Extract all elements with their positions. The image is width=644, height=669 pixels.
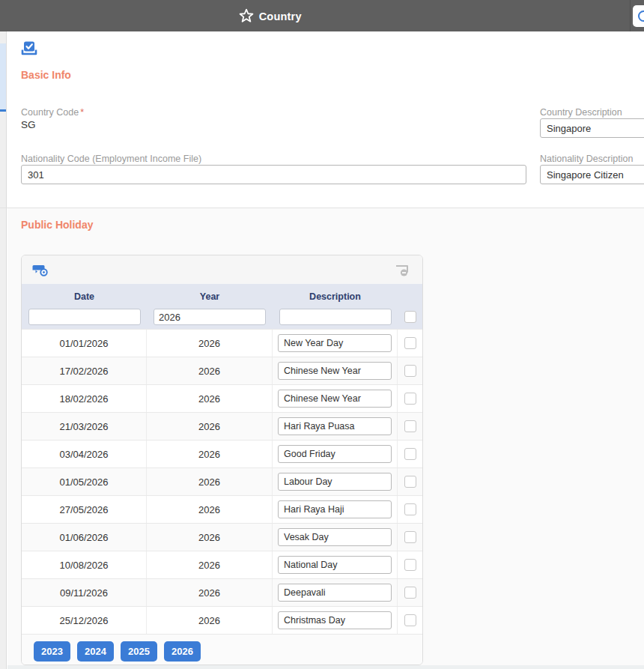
table-header-labels: Date Year Description: [22, 288, 422, 305]
table-row: 09/11/2026 2026: [22, 578, 422, 606]
description-input[interactable]: [278, 556, 392, 574]
nationality-code-input[interactable]: [21, 165, 526, 184]
table-row: 03/04/2026 2026: [22, 440, 422, 467]
table-row: 18/02/2026 2026: [22, 384, 422, 412]
remove-rows-icon[interactable]: [394, 263, 412, 277]
nationality-description-input[interactable]: [540, 165, 644, 184]
star-icon[interactable]: [240, 9, 254, 23]
table-toolbar: [22, 255, 422, 284]
column-header-year[interactable]: Year: [147, 291, 273, 302]
description-filter-input[interactable]: [279, 309, 392, 325]
year-cell: 2026: [147, 413, 273, 440]
date-cell: 27/05/2026: [22, 496, 147, 523]
year-cell: 2026: [147, 524, 273, 551]
app-header-bar: Country: [0, 0, 644, 31]
table-row: 17/02/2026 2026: [22, 357, 422, 384]
row-checkbox[interactable]: [404, 531, 416, 543]
country-code-label: Country Code*: [21, 107, 84, 118]
description-input[interactable]: [278, 528, 392, 546]
nationality-description-label: Nationality Description: [540, 154, 633, 164]
select-all-checkbox[interactable]: [404, 311, 416, 323]
row-checkbox[interactable]: [404, 365, 416, 377]
bottom-strip: [7, 665, 644, 669]
page-title-group: Country: [240, 9, 302, 23]
row-checkbox[interactable]: [404, 559, 416, 571]
year-cell: 2026: [147, 330, 273, 357]
table-header: Date Year Description: [22, 284, 422, 329]
circle-icon: [637, 10, 644, 22]
row-checkbox[interactable]: [404, 337, 416, 349]
row-checkbox[interactable]: [404, 614, 416, 626]
year-button-2024[interactable]: 2024: [77, 641, 114, 662]
description-input[interactable]: [278, 417, 392, 435]
date-cell: 01/06/2026: [22, 524, 147, 551]
header-divider: [630, 0, 631, 31]
country-description-input[interactable]: [540, 118, 644, 138]
year-cell: 2026: [147, 579, 273, 606]
add-row-icon[interactable]: [32, 263, 50, 277]
column-header-description[interactable]: Description: [273, 291, 398, 302]
table-row: 01/05/2026 2026: [22, 467, 422, 495]
description-input[interactable]: [278, 584, 392, 602]
date-filter-input[interactable]: [28, 309, 141, 325]
description-input[interactable]: [278, 334, 392, 352]
nationality-code-label: Nationality Code (Employment Income File…: [21, 154, 201, 164]
country-description-label: Country Description: [540, 107, 622, 118]
table-row: 01/06/2026 2026: [22, 523, 422, 551]
date-cell: 01/01/2026: [22, 330, 147, 357]
year-filter-input[interactable]: [154, 309, 266, 325]
description-input[interactable]: [278, 445, 392, 463]
year-cell: 2026: [147, 441, 273, 467]
date-cell: 17/02/2026: [22, 357, 147, 384]
year-cell: 2026: [147, 607, 273, 634]
year-button-2025[interactable]: 2025: [121, 641, 157, 662]
year-cell: 2026: [147, 357, 273, 384]
table-filter-row: [22, 305, 422, 329]
left-scrollbar-track[interactable]: [0, 31, 7, 669]
table-footer: 2023 2024 2025 2026: [22, 634, 422, 665]
date-cell: 09/11/2026: [22, 579, 147, 606]
header-side-button[interactable]: [633, 5, 644, 27]
year-cell: 2026: [147, 385, 273, 412]
date-cell: 10/08/2026: [22, 551, 147, 578]
public-holiday-title: Public Holiday: [21, 219, 93, 231]
table-row: 25/12/2026 2026: [22, 606, 422, 634]
row-checkbox[interactable]: [404, 420, 416, 432]
year-cell: 2026: [147, 551, 273, 578]
table-body: 01/01/2026 2026 17/02/2026 2026 18/02/20…: [22, 329, 422, 634]
country-code-value: SG: [21, 119, 36, 130]
left-scrollbar-thumb-end: [0, 109, 6, 112]
table-row: 10/08/2026 2026: [22, 551, 422, 578]
row-checkbox[interactable]: [404, 393, 416, 405]
description-input[interactable]: [278, 362, 392, 380]
description-input[interactable]: [278, 500, 392, 518]
description-input[interactable]: [278, 611, 392, 629]
table-row: 01/01/2026 2026: [22, 329, 422, 357]
year-cell: 2026: [147, 468, 273, 495]
column-header-date[interactable]: Date: [22, 291, 147, 302]
row-checkbox[interactable]: [404, 503, 416, 515]
date-cell: 18/02/2026: [22, 385, 147, 412]
row-checkbox[interactable]: [404, 476, 416, 488]
table-row: 27/05/2026 2026: [22, 495, 422, 523]
basic-info-title: Basic Info: [21, 69, 71, 81]
table-row: 21/03/2026 2026: [22, 412, 422, 440]
description-input[interactable]: [278, 473, 392, 491]
required-asterisk: *: [80, 107, 84, 118]
description-input[interactable]: [278, 390, 392, 408]
year-button-2023[interactable]: 2023: [34, 641, 70, 662]
date-cell: 25/12/2026: [22, 607, 147, 634]
date-cell: 01/05/2026: [22, 468, 147, 495]
save-icon[interactable]: [20, 40, 38, 58]
country-code-label-text: Country Code: [21, 107, 79, 118]
row-checkbox[interactable]: [404, 448, 416, 460]
page-title: Country: [259, 10, 302, 22]
public-holiday-table-card: Date Year Description 01/01/2026 2026: [21, 255, 423, 665]
year-button-2026[interactable]: 2026: [164, 641, 201, 662]
row-checkbox[interactable]: [404, 587, 416, 599]
date-cell: 21/03/2026: [22, 413, 147, 440]
year-cell: 2026: [147, 496, 273, 523]
left-scrollbar-thumb[interactable]: [0, 43, 6, 109]
date-cell: 03/04/2026: [22, 441, 147, 467]
